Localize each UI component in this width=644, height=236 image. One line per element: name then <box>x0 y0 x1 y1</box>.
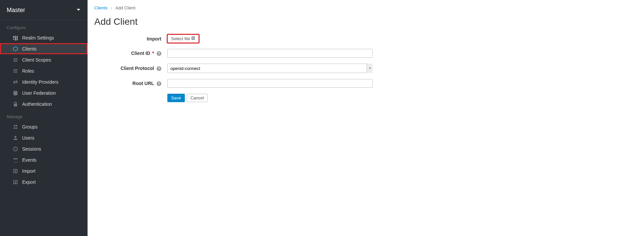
sidebar-item-realm-settings[interactable]: Realm Settings <box>0 32 88 43</box>
calendar-icon <box>13 157 18 163</box>
sidebar-item-import[interactable]: Import <box>0 165 88 176</box>
sidebar-item-label: Client Scopes <box>22 57 51 63</box>
database-icon <box>13 90 18 96</box>
root-url-input[interactable] <box>167 79 373 88</box>
sidebar-item-label: Clients <box>22 46 37 52</box>
cancel-button[interactable]: Cancel <box>187 94 208 102</box>
sidebar-item-label: Import <box>22 168 36 174</box>
lock-icon <box>13 101 18 107</box>
sidebar-item-clients[interactable]: Clients <box>0 43 88 54</box>
import-label: Import <box>94 36 167 42</box>
sidebar-item-users[interactable]: Users <box>0 132 88 143</box>
bars-icon <box>13 68 18 74</box>
breadcrumb-separator: › <box>109 5 114 10</box>
sidebar-item-label: Authentication <box>22 101 52 107</box>
select-file-button-label: Select file <box>171 36 190 41</box>
help-icon[interactable]: ? <box>157 81 161 86</box>
sidebar-item-roles[interactable]: Roles <box>0 65 88 76</box>
sidebar-section-header: Manage <box>0 109 88 121</box>
required-mark: * <box>152 51 154 56</box>
chevron-down-icon <box>76 7 81 13</box>
sidebar-item-label: Sessions <box>22 146 41 152</box>
sidebar-item-events[interactable]: Events <box>0 154 88 165</box>
add-client-form: Import Select file Client ID * ? <box>94 34 467 102</box>
breadcrumb: Clients › Add Client <box>94 3 637 16</box>
sidebar-section-header: Configure <box>0 20 88 32</box>
breadcrumb-parent-link[interactable]: Clients <box>94 5 108 10</box>
sidebar-item-label: Groups <box>22 124 38 130</box>
sidebar-item-sessions[interactable]: Sessions <box>0 143 88 154</box>
save-button[interactable]: Save <box>167 94 185 102</box>
sidebar-item-identity-providers[interactable]: Identity Providers <box>0 76 88 87</box>
root-url-label: Root URL <box>132 81 154 86</box>
import-icon <box>13 168 18 174</box>
list-icon <box>13 57 18 63</box>
sidebar-item-label: Roles <box>22 68 34 74</box>
sidebar-item-label: User Federation <box>22 90 56 96</box>
sidebar-item-label: Users <box>22 135 35 141</box>
sidebar-item-label: Events <box>22 157 37 163</box>
sidebar-item-label: Export <box>22 179 36 185</box>
sidebar: Master ConfigureRealm SettingsClientsCli… <box>0 0 88 236</box>
content-area: Clients › Add Client Add Client Import S… <box>88 0 644 236</box>
sidebar-item-label: Identity Providers <box>22 79 58 85</box>
sidebar-item-client-scopes[interactable]: Client Scopes <box>0 54 88 65</box>
client-id-label: Client ID <box>131 51 150 56</box>
sidebar-item-user-federation[interactable]: User Federation <box>0 87 88 98</box>
user-icon <box>13 135 18 141</box>
realm-selector[interactable]: Master <box>0 0 88 20</box>
sidebar-item-authentication[interactable]: Authentication <box>0 98 88 109</box>
export-icon <box>13 179 18 185</box>
realm-name: Master <box>7 7 25 14</box>
users-icon <box>13 124 18 130</box>
help-icon[interactable]: ? <box>157 66 161 71</box>
select-file-button[interactable]: Select file <box>167 34 199 43</box>
clock-icon <box>13 146 18 152</box>
import-icon <box>191 36 195 41</box>
help-icon[interactable]: ? <box>157 51 161 56</box>
exchange-icon <box>13 79 18 85</box>
sidebar-item-label: Realm Settings <box>22 35 54 41</box>
sidebar-item-export[interactable]: Export <box>0 176 88 187</box>
cube-icon <box>13 46 18 52</box>
page-title: Add Client <box>94 16 637 27</box>
sliders-icon <box>13 35 18 41</box>
client-protocol-select[interactable]: openid-connect <box>167 64 373 73</box>
client-protocol-label: Client Protocol <box>121 66 154 71</box>
sidebar-item-groups[interactable]: Groups <box>0 121 88 132</box>
client-id-input[interactable] <box>167 49 373 58</box>
breadcrumb-current: Add Client <box>115 5 136 10</box>
